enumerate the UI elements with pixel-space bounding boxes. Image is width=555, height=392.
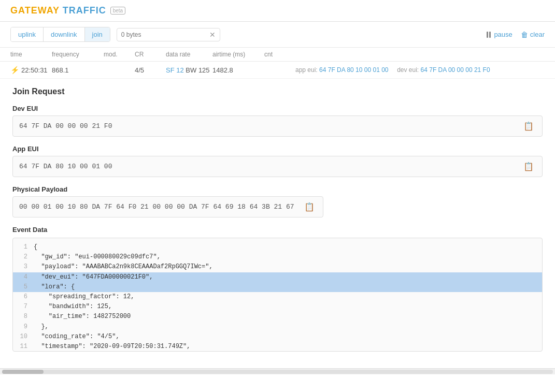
json-content[interactable]: 1{2 "gw_id": "eui-000080029c09dfc7",3 "p… (13, 238, 542, 352)
line-number: 10 (17, 332, 34, 342)
line-content: "payload": "AAABABCa2n9k8CEAAADaf2RpGGQ7… (34, 262, 213, 272)
json-line[interactable]: 9 }, (13, 322, 542, 332)
row-airtime: 1482.8 (212, 66, 264, 74)
json-line[interactable]: 5 "lora": { (13, 282, 542, 292)
page-header: GATEWAY TRAFFIC beta (0, 0, 555, 22)
payload-text: 00 00 01 00 10 80 DA 7F 64 F0 21 00 00 0… (19, 203, 298, 211)
event-data-label: Event Data (12, 226, 543, 234)
time-value: 22:50:31 (21, 66, 48, 74)
dev-eui-value: 64 7F DA 00 00 00 21 F0 (421, 66, 490, 74)
line-number: 1 (17, 242, 34, 252)
payload-section: Physical Payload 00 00 01 00 10 80 DA 7F… (12, 185, 543, 217)
beta-badge: beta (110, 7, 125, 14)
dev-eui-label: Dev EUI (12, 105, 543, 112)
tab-downlink[interactable]: downlink (44, 27, 85, 41)
payload-label: Physical Payload (12, 185, 543, 193)
app-eui-label: app eui: (295, 66, 318, 74)
col-eui (295, 51, 545, 58)
dev-eui-section: Dev EUI 64 7F DA 00 00 00 21 F0 📋 (12, 105, 543, 137)
line-number: 9 (17, 322, 34, 332)
col-datarate: data rate (166, 51, 212, 58)
json-line[interactable]: 10 "coding_rate": "4/5", (13, 332, 542, 342)
line-content: "lora": { (34, 282, 75, 292)
lightning-icon: ⚡ (10, 66, 19, 74)
dev-eui-copy-button[interactable]: 📋 (521, 120, 536, 132)
sf-label: SF (166, 66, 176, 74)
col-mod: mod. (104, 51, 135, 58)
dev-eui-text: 64 7F DA 00 00 00 21 F0 (19, 122, 517, 130)
row-time: ⚡ 22:50:31 (10, 66, 52, 74)
line-content: "gw_id": "eui-000080029c09dfc7", (34, 252, 161, 262)
line-content: { (34, 242, 37, 252)
row-frequency: 868.1 (52, 66, 104, 74)
line-content: "air_time": 1482752000 (34, 312, 131, 322)
pause-button[interactable]: pause (487, 31, 512, 38)
filter-clear-icon[interactable]: ✕ (209, 31, 216, 39)
json-line[interactable]: 11 "timestamp": "2020-09-09T20:50:31.749… (13, 342, 542, 352)
line-content: "bandwidth": 125, (34, 302, 112, 312)
detail-panel: Join Request Dev EUI 64 7F DA 00 00 00 2… (0, 79, 555, 368)
toolbar: uplink downlink join ✕ pause 🗑 clear (0, 22, 555, 48)
table-header: time frequency mod. CR data rate airtime… (0, 48, 555, 62)
trash-icon: 🗑 (521, 31, 528, 39)
app-eui-copy-button[interactable]: 📋 (521, 161, 536, 172)
line-content: "spreading_factor": 12, (34, 292, 134, 302)
filter-box: ✕ (117, 28, 220, 41)
tab-join[interactable]: join (85, 27, 110, 41)
line-content: "dev_eui": "647FDA00000021F0", (34, 272, 153, 282)
row-datarate: SF 12 BW 125 (166, 66, 212, 74)
payload-copy-button[interactable]: 📋 (302, 201, 317, 213)
app-eui-box: 64 7F DA 80 10 00 01 00 📋 (12, 156, 543, 177)
json-line[interactable]: 6 "spreading_factor": 12, (13, 292, 542, 302)
app-eui-section: App EUI 64 7F DA 80 10 00 01 00 📋 (12, 145, 543, 177)
json-container: 1{2 "gw_id": "eui-000080029c09dfc7",3 "p… (12, 238, 543, 352)
bw-value: 125 (198, 66, 210, 74)
line-number: 8 (17, 312, 34, 322)
bottom-scrollbar[interactable] (0, 368, 555, 374)
col-time: time (10, 51, 52, 58)
line-number: 7 (17, 302, 34, 312)
title-traffic: TRAFFIC (63, 5, 106, 16)
clear-button[interactable]: 🗑 clear (521, 31, 545, 39)
scrollbar-thumb[interactable] (2, 370, 44, 374)
scrollbar-track (2, 370, 553, 374)
dev-eui-box: 64 7F DA 00 00 00 21 F0 📋 (12, 115, 543, 137)
toolbar-actions: pause 🗑 clear (487, 31, 545, 39)
filter-input[interactable] (121, 31, 205, 38)
json-line[interactable]: 1{ (13, 242, 542, 252)
line-number: 2 (17, 252, 34, 262)
line-content: "timestamp": "2020-09-09T20:50:31.749Z", (34, 342, 190, 352)
line-content: }, (34, 322, 49, 332)
dev-eui-label: dev eui: (397, 66, 419, 74)
json-line[interactable]: 3 "payload": "AAABABCa2n9k8CEAAADaf2RpGG… (13, 262, 542, 272)
json-line[interactable]: 4 "dev_eui": "647FDA00000021F0", (13, 272, 542, 282)
table-row[interactable]: ⚡ 22:50:31 868.1 4/5 SF 12 BW 125 1482.8… (0, 62, 555, 79)
line-number: 6 (17, 292, 34, 302)
app-eui-text: 64 7F DA 80 10 00 01 00 (19, 163, 517, 170)
json-line[interactable]: 8 "air_time": 1482752000 (13, 312, 542, 322)
tab-uplink[interactable]: uplink (11, 27, 44, 41)
pause-icon (487, 32, 492, 38)
line-number: 5 (17, 282, 34, 292)
line-content: "coding_rate": "4/5", (34, 332, 120, 342)
row-cr: 4/5 (135, 66, 166, 74)
app-eui-field-label: App EUI (12, 145, 543, 153)
row-eui: app eui: 64 7F DA 80 10 00 01 00 dev eui… (295, 66, 545, 74)
event-data-section: Event Data 1{2 "gw_id": "eui-000080029c0… (12, 226, 543, 352)
line-number: 11 (17, 342, 34, 352)
sf-value: 12 (176, 66, 183, 74)
clear-label: clear (530, 31, 545, 38)
tab-group: uplink downlink join (10, 27, 110, 42)
line-number: 3 (17, 262, 34, 272)
json-line[interactable]: 2 "gw_id": "eui-000080029c09dfc7", (13, 252, 542, 262)
detail-title: Join Request (12, 87, 543, 96)
col-frequency: frequency (52, 51, 104, 58)
page-title: GATEWAY TRAFFIC (10, 5, 106, 16)
bw-label: BW (186, 66, 198, 74)
title-gateway: GATEWAY (10, 5, 63, 16)
json-line[interactable]: 7 "bandwidth": 125, (13, 302, 542, 312)
col-airtime: airtime (ms) (212, 51, 264, 58)
col-cnt: cnt (264, 51, 295, 58)
col-cr: CR (135, 51, 166, 58)
pause-label: pause (494, 31, 512, 38)
